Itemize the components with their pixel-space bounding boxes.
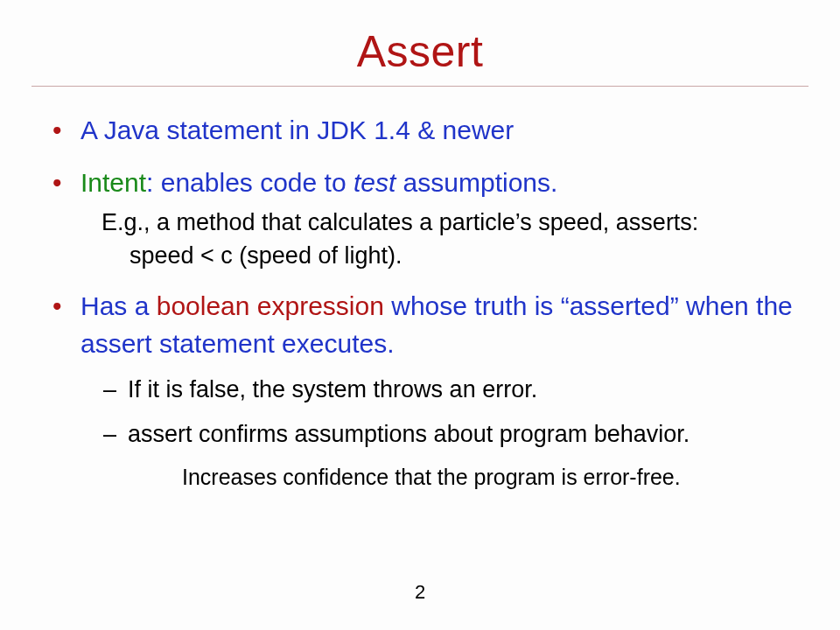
bullet-2-sub: E.g., a method that calculates a particl… [102,206,800,273]
title-divider [32,86,808,87]
bullet-2: Intent: enables code to test assumptions… [52,164,800,273]
bullet-2-rest2: assumptions. [396,168,557,197]
bullet-2-intent: Intent [80,168,146,197]
bullet-3-boolexp: boolean expression [157,291,384,320]
bullet-3-d1: If it is false, the system throws an err… [103,372,800,409]
slide: Assert A Java statement in JDK 1.4 & new… [0,0,840,630]
bullet-2-test: test [354,168,396,197]
bullet-3-sublist: If it is false, the system throws an err… [103,372,800,494]
bullet-2-sub-line2: speed < c (speed of light). [102,240,800,273]
bullet-list: A Java statement in JDK 1.4 & newer Inte… [32,111,808,494]
bullet-1: A Java statement in JDK 1.4 & newer [52,111,800,150]
bullet-3-d2: assert confirms assumptions about progra… [103,416,800,494]
page-number: 2 [0,581,840,604]
bullet-2-rest: : enables code to [146,168,354,197]
slide-title: Assert [32,26,808,77]
bullet-3: Has a boolean expression whose truth is … [52,287,800,494]
bullet-2-sub-line1: E.g., a method that calculates a particl… [102,209,698,235]
bullet-3-pre: Has a [80,291,157,320]
bullet-3-d2-text: assert confirms assumptions about progra… [128,421,690,447]
bullet-3-d2-sub: Increases confidence that the program is… [182,460,800,494]
bullet-1-text: A Java statement in JDK 1.4 & newer [80,116,514,144]
